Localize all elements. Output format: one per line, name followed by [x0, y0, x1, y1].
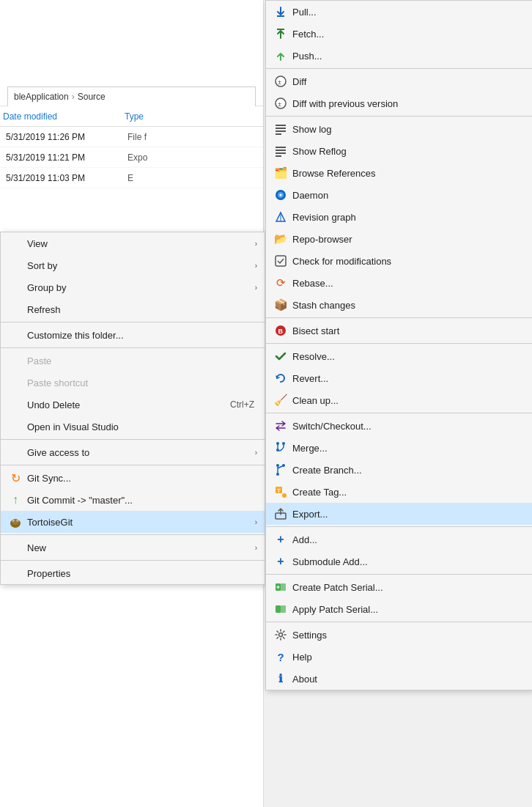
separator-1: [1, 322, 265, 323]
menu-item-browse-ref[interactable]: 🗂️ Browse References: [266, 162, 532, 184]
menu-label-patch-serial: Create Patch Serial...: [292, 582, 525, 593]
menu-label-switch: Switch/Checkout...: [292, 421, 525, 432]
menu-item-properties[interactable]: Properties: [1, 562, 265, 584]
menu-item-git-sync[interactable]: ↻ Git Sync...: [1, 467, 265, 489]
menu-label-new: New: [27, 542, 255, 553]
menu-item-daemon[interactable]: Daemon: [266, 184, 532, 206]
menu-item-about[interactable]: ℹ About: [266, 668, 532, 690]
menu-item-export[interactable]: Export...: [266, 503, 532, 525]
menu-label-pull: Pull...: [292, 7, 525, 18]
diff-icon: ±: [273, 74, 288, 89]
menu-label-diff: Diff: [292, 76, 525, 87]
separator-6: [1, 560, 265, 561]
menu-label-revert: Revert...: [292, 373, 525, 384]
menu-label-customize: Customize this folder...: [27, 330, 257, 341]
menu-label-browse-ref: Browse References: [292, 168, 525, 179]
menu-item-paste-shortcut: Paste shortcut: [1, 372, 265, 394]
menu-item-git-commit[interactable]: ↑ Git Commit -> "master"...: [1, 489, 265, 511]
menu-label-help: Help: [292, 652, 525, 663]
menu-item-branch[interactable]: Create Branch...: [266, 459, 532, 481]
menu-item-tortoisegit[interactable]: TortoiseGit ›: [1, 511, 265, 533]
file-list-header: Date modified Type: [0, 106, 263, 127]
menu-label-show-log: Show log: [292, 124, 525, 135]
menu-label-cleanup: Clean up...: [292, 395, 525, 406]
file-row-2[interactable]: 5/31/2019 11:21 PM Expo: [0, 147, 263, 168]
right-sep-5: [266, 413, 532, 413]
menu-item-submodule[interactable]: + Submodule Add...: [266, 550, 532, 572]
svg-rect-19: [276, 155, 281, 157]
file-row-3[interactable]: 5/31/2019 11:03 PM E: [0, 168, 263, 188]
svg-point-28: [282, 442, 285, 445]
branch-icon: [273, 463, 288, 477]
menu-item-refresh[interactable]: Refresh: [1, 298, 265, 320]
menu-label-resolve: Resolve...: [292, 351, 525, 362]
menu-label-repo-browser: Repo-browser: [292, 234, 525, 245]
menu-label-stash: Stash changes: [292, 300, 525, 311]
menu-label-rebase: Rebase...: [292, 278, 525, 289]
menu-label-tag: Create Tag...: [292, 487, 525, 498]
paste-shortcut-icon: [8, 375, 23, 390]
diff-prev-icon: ±: [273, 96, 288, 111]
menu-item-push[interactable]: Push...: [266, 45, 532, 67]
menu-item-cleanup[interactable]: 🧹 Clean up...: [266, 389, 532, 411]
menu-label-refresh: Refresh: [27, 304, 257, 315]
help-icon: ?: [273, 649, 288, 664]
menu-label-properties: Properties: [27, 568, 257, 579]
file-date-3: 5/31/2019 11:03 PM: [3, 173, 128, 183]
menu-label-group-by: Group by: [27, 282, 255, 293]
menu-item-help[interactable]: ? Help: [266, 646, 532, 668]
menu-item-undo-delete[interactable]: Undo Delete Ctrl+Z: [1, 394, 265, 416]
menu-item-add[interactable]: + Add...: [266, 528, 532, 550]
menu-label-push: Push...: [292, 51, 525, 62]
svg-point-43: [279, 633, 283, 637]
menu-item-revision[interactable]: Revision graph: [266, 206, 532, 228]
undo-delete-icon: [8, 397, 23, 412]
right-sep-2: [266, 116, 532, 117]
right-sep-1: [266, 68, 532, 69]
svg-point-31: [282, 464, 285, 467]
menu-item-diff[interactable]: ± Diff: [266, 70, 532, 92]
separator-4: [1, 465, 265, 465]
right-context-menu: Pull... Fetch... Push... ± Diff ± Diff w…: [265, 0, 532, 690]
menu-label-git-sync: Git Sync...: [27, 473, 257, 484]
menu-item-apply-patch[interactable]: Apply Patch Serial...: [266, 598, 532, 620]
menu-item-patch-serial[interactable]: Create Patch Serial...: [266, 576, 532, 598]
menu-item-show-reflog[interactable]: Show Reflog: [266, 140, 532, 162]
menu-item-switch[interactable]: Switch/Checkout...: [266, 415, 532, 437]
stash-icon: 📦: [273, 298, 288, 312]
menu-label-add: Add...: [292, 534, 525, 545]
menu-item-give-access[interactable]: Give access to ›: [1, 441, 265, 463]
menu-item-tag[interactable]: T Create Tag...: [266, 481, 532, 503]
menu-item-view[interactable]: View ›: [1, 232, 265, 254]
menu-item-open-vs[interactable]: Open in Visual Studio: [1, 416, 265, 438]
menu-item-merge[interactable]: Merge...: [266, 437, 532, 459]
arrow-icon-group-by: ›: [255, 284, 257, 292]
menu-item-sort-by[interactable]: Sort by ›: [1, 254, 265, 276]
menu-item-resolve[interactable]: Resolve...: [266, 345, 532, 367]
menu-item-customize[interactable]: Customize this folder...: [1, 324, 265, 346]
svg-rect-15: [276, 133, 281, 135]
menu-item-new[interactable]: New ›: [1, 537, 265, 559]
menu-item-settings[interactable]: Settings: [266, 624, 532, 646]
menu-item-bisect[interactable]: B Bisect start: [266, 320, 532, 342]
right-sep-6: [266, 526, 532, 527]
menu-item-check-mod[interactable]: Check for modifications: [266, 250, 532, 272]
revision-icon: [273, 210, 288, 224]
menu-item-revert[interactable]: Revert...: [266, 367, 532, 389]
menu-item-rebase[interactable]: ⟳ Rebase...: [266, 272, 532, 294]
customize-icon: [8, 328, 23, 342]
add-icon: +: [273, 532, 288, 547]
file-row-1[interactable]: 5/31/2019 11:26 PM File f: [0, 127, 263, 147]
svg-rect-17: [276, 150, 286, 151]
svg-rect-42: [281, 605, 286, 613]
menu-item-repo-browser[interactable]: 📂 Repo-browser: [266, 228, 532, 250]
cleanup-icon: 🧹: [273, 393, 288, 408]
menu-item-stash[interactable]: 📦 Stash changes: [266, 294, 532, 316]
menu-label-open-vs: Open in Visual Studio: [27, 421, 257, 432]
menu-item-diff-prev[interactable]: ± Diff with previous version: [266, 92, 532, 114]
menu-item-show-log[interactable]: Show log: [266, 118, 532, 140]
menu-item-group-by[interactable]: Group by ›: [1, 276, 265, 298]
menu-label-daemon: Daemon: [292, 190, 525, 201]
menu-item-pull[interactable]: Pull...: [266, 1, 532, 23]
menu-item-fetch[interactable]: Fetch...: [266, 23, 532, 45]
